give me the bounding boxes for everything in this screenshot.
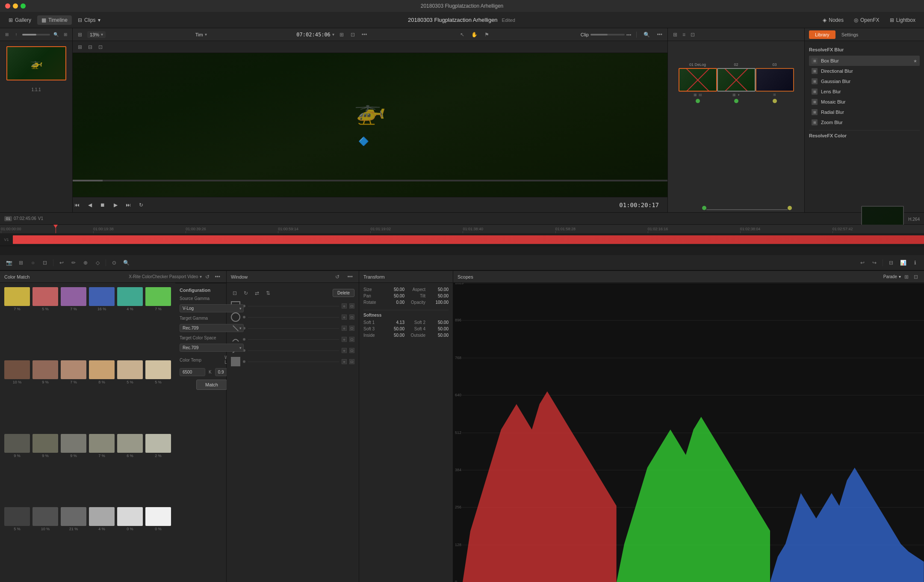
playhead[interactable] <box>56 225 56 233</box>
redo-tool-btn[interactable]: ↪ <box>870 258 879 267</box>
curve-tool-btn[interactable]: ↩ <box>57 258 66 267</box>
window-flip-icon[interactable]: ⇄ <box>253 289 261 297</box>
shape-2-btn-a[interactable]: ○ <box>342 315 347 320</box>
source-options-icon[interactable]: ••• <box>213 273 222 281</box>
clip-thumbnail[interactable]: 🚁 <box>6 46 66 80</box>
hand-icon[interactable]: ✋ <box>469 31 479 39</box>
swatch-item-6[interactable]: 10 % <box>4 360 30 431</box>
nodes-btn[interactable]: ◈ Nodes <box>818 15 848 25</box>
swatch-color-12[interactable] <box>4 434 30 453</box>
node-02-box[interactable] <box>717 68 756 92</box>
panel-grid-icon[interactable]: ⊞ <box>62 31 69 38</box>
source-dropdown-icon[interactable]: ▾ <box>200 274 202 279</box>
panel-expand-icon[interactable]: ↑ <box>13 31 20 38</box>
swatch-item-22[interactable]: 0 % <box>117 507 143 578</box>
swatch-item-1[interactable]: 5 % <box>32 287 58 358</box>
source-refresh-icon[interactable]: ↺ <box>204 273 211 281</box>
fx-tab-settings[interactable]: Settings <box>835 30 865 39</box>
swatch-item-16[interactable]: 6 % <box>117 434 143 505</box>
clips-btn[interactable]: ⊟ Clips ▾ <box>74 15 105 25</box>
target-color-select[interactable]: Rec.709 <box>180 344 244 352</box>
gallery-btn[interactable]: ⊞ Gallery <box>4 15 35 25</box>
flag-icon[interactable]: ⚑ <box>483 31 491 39</box>
swatch-color-13[interactable] <box>32 434 58 453</box>
window-transform-icon[interactable]: ⊡ <box>231 289 239 297</box>
swatch-color-19[interactable] <box>32 507 58 526</box>
minimize-button[interactable] <box>13 3 18 9</box>
swatch-color-11[interactable] <box>145 360 171 379</box>
options-icon[interactable]: ••• <box>360 31 369 39</box>
info-tool-btn[interactable]: ℹ <box>910 258 920 267</box>
fast-forward-btn[interactable]: ⏭ <box>124 201 133 209</box>
fx-item-mosaic-blur[interactable]: ⊞ Mosaic Blur <box>809 97 920 107</box>
fx-item-radial-blur[interactable]: ⊞ Radial Blur <box>809 107 920 117</box>
circle-shape-btn[interactable] <box>231 312 240 322</box>
window-refresh-icon[interactable]: ↺ <box>334 273 341 281</box>
swatch-color-6[interactable] <box>4 360 30 379</box>
chart-tool-btn[interactable]: 📊 <box>898 258 908 267</box>
match-button[interactable]: Match <box>196 380 227 390</box>
swatch-item-12[interactable]: 9 % <box>4 434 30 505</box>
swatch-item-20[interactable]: 21 % <box>61 507 86 578</box>
swatch-color-5[interactable] <box>145 287 171 306</box>
node-01-box[interactable] <box>679 68 717 92</box>
swatch-color-15[interactable] <box>89 434 115 453</box>
swatch-item-21[interactable]: 4 % <box>89 507 115 578</box>
swatch-item-10[interactable]: 5 % <box>117 360 143 431</box>
scopes-expand-icon[interactable]: ⊞ <box>903 273 910 281</box>
swatch-color-22[interactable] <box>117 507 143 526</box>
shape-5-btn-a[interactable]: ○ <box>342 348 347 353</box>
swatch-item-13[interactable]: 9 % <box>32 434 58 505</box>
track-clip-v1[interactable] <box>13 235 924 244</box>
shape-4-btn-a[interactable]: ○ <box>342 337 347 342</box>
panel-search-icon[interactable]: 🔍 <box>53 31 59 38</box>
target-gamma-select[interactable]: Rec.709 <box>180 324 244 332</box>
shape-3-btn-a[interactable]: ○ <box>342 326 347 331</box>
color-tool-btn[interactable]: ⊙ <box>109 258 119 267</box>
loop-btn[interactable]: ↻ <box>137 201 145 209</box>
shape-5-btn-b[interactable]: □ <box>349 348 354 353</box>
swatch-item-7[interactable]: 9 % <box>32 360 58 431</box>
swatch-color-14[interactable] <box>61 434 86 453</box>
viewer-toggle-icon[interactable]: ⊞ <box>76 31 84 39</box>
shape-6-btn-b[interactable]: □ <box>349 359 354 364</box>
swatch-color-21[interactable] <box>89 507 115 526</box>
fx-box-blur-star-icon[interactable]: ★ <box>913 59 917 63</box>
eyedropper-tool-btn[interactable]: ⊕ <box>81 258 90 267</box>
fx-tab-library[interactable]: Library <box>809 30 835 39</box>
shape-2-btn-b[interactable]: □ <box>349 315 354 320</box>
swatch-color-0[interactable] <box>4 287 30 306</box>
undo-tool-btn[interactable]: ↩ <box>858 258 867 267</box>
safe-area-icon[interactable]: ⊡ <box>349 31 357 39</box>
maximize-button[interactable] <box>21 3 26 9</box>
pen-tool-btn[interactable]: ✏ <box>69 258 78 267</box>
swatch-item-0[interactable]: 7 % <box>4 287 30 358</box>
play-btn[interactable]: ▶ <box>111 201 120 209</box>
diamond-tool-btn[interactable]: ◇ <box>93 258 102 267</box>
node-view-icon[interactable]: ⊞ <box>76 43 84 51</box>
swatch-item-2[interactable]: 7 % <box>61 287 86 358</box>
step-back-btn[interactable]: ◀ <box>86 201 94 209</box>
swatch-item-5[interactable]: 7 % <box>145 287 171 358</box>
swatch-color-10[interactable] <box>117 360 143 379</box>
camera-tool-btn[interactable]: 📷 <box>4 258 14 267</box>
clip-options-icon[interactable]: ••• <box>626 32 632 37</box>
fx-item-directional-blur[interactable]: ⊞ Directional Blur <box>809 66 920 76</box>
swatch-color-1[interactable] <box>32 287 58 306</box>
swatch-color-7[interactable] <box>32 360 58 379</box>
fx-item-zoom-blur[interactable]: ⊞ Zoom Blur <box>809 117 920 128</box>
soft-curve-btn[interactable] <box>231 335 240 344</box>
more-options-icon[interactable]: ••• <box>655 31 664 39</box>
scopes-type-dropdown-icon[interactable]: ▾ <box>899 274 901 279</box>
swatch-color-3[interactable] <box>89 287 115 306</box>
swatch-color-9[interactable] <box>89 360 115 379</box>
node-add-icon[interactable]: ⊞ <box>671 31 679 39</box>
node-fit-icon[interactable]: ⊡ <box>97 43 104 51</box>
window-options-icon[interactable]: ••• <box>345 273 354 281</box>
close-button[interactable] <box>5 3 10 9</box>
shape-1-btn-a[interactable]: ○ <box>342 303 347 309</box>
window-rotate-icon[interactable]: ↻ <box>242 289 250 297</box>
go-to-start-btn[interactable]: ⏮ <box>73 201 81 209</box>
lightbox-btn[interactable]: ⊞ Lightbox <box>886 15 920 25</box>
preview-options-icon[interactable]: 🔍 <box>642 31 652 39</box>
